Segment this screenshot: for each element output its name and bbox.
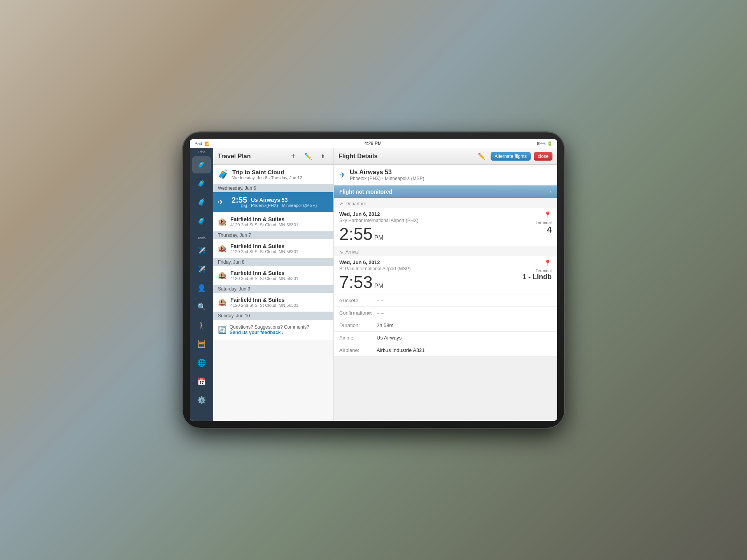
flight-route: Phoenix(PHX) - Minneapolis(MSP) (251, 203, 329, 208)
battery-icon: 🔋 (547, 141, 552, 146)
search-icon: 🔍 (197, 303, 206, 311)
walk-icon: 🚶 (197, 321, 206, 330)
sidebar-item-plane-2[interactable]: ✈️ (192, 261, 211, 278)
hotel-name-wed: Fairfield Inn & Suites (230, 216, 298, 222)
departure-block: Wed, Jun 6, 2012 Sky Harbor Internationa… (334, 208, 557, 246)
travel-plan-content: 🧳 Trip to Saint Cloud Wednesday, Jun 6 -… (213, 165, 333, 421)
duration-value: 2h 58m (377, 322, 393, 328)
flight-departure-time: 2:55 (228, 196, 247, 204)
carrier-label: Pad (195, 141, 202, 146)
flight-detail-content: ✈ Us Airways 53 Phoenix (PHX) - Minneapo… (334, 165, 557, 421)
feedback-row: 🔄 Questions? Suggestions? Comments? Send… (213, 320, 333, 340)
flight-plane-icon: ✈ (218, 198, 224, 206)
confirmation-row: Confirmation#: – – (334, 307, 557, 319)
departure-date: Wed, Jun 6, 2012 (339, 211, 418, 217)
date-saturday: Saturday, Jun 9 (213, 285, 333, 293)
add-button[interactable]: + (288, 150, 299, 162)
hotel-icon-sat: 🏨 (218, 298, 226, 306)
trip-suitcase-icon: 🧳 (218, 170, 228, 180)
eticket-label: eTicket#: (339, 298, 374, 303)
flight-detail-name: Us Airways 53 (350, 169, 424, 176)
sidebar-item-trips-3[interactable]: 🧳 (192, 194, 211, 211)
arrival-label: Arrival (345, 249, 359, 255)
sidebar: Trips 🧳 🧳 🧳 🧳 Tools ✈️ (190, 148, 213, 421)
hotel-addr-wed: 4120 2nd St S, St Cloud, MN 56301 (230, 222, 298, 227)
sidebar-item-calendar[interactable]: 📅 (192, 373, 211, 390)
trip-header[interactable]: 🧳 Trip to Saint Cloud Wednesday, Jun 6 -… (213, 165, 333, 184)
feedback-icon: 🔄 (218, 326, 226, 334)
flight-detail-route: Phoenix (PHX) - Minneapolis (MSP) (350, 176, 424, 181)
alternate-flights-button[interactable]: Alternate flights (491, 152, 531, 161)
sidebar-item-globe[interactable]: 🌐 (192, 354, 211, 371)
airplane-row: Airplane: Airbus Industrie A321 (334, 344, 557, 357)
sidebar-item-walk[interactable]: 🚶 (192, 317, 211, 334)
not-monitored-banner[interactable]: Flight not monitored › (334, 186, 557, 198)
flight-details-header: Flight Details ✏️ Alternate flights clos… (334, 148, 557, 165)
flight-item-us-airways[interactable]: ✈ 2:55 PM Us Airways 53 Phoenix(PHX) - M… (213, 192, 333, 212)
hotel-item-thu[interactable]: 🏨 Fairfield Inn & Suites 4120 2nd St S, … (213, 239, 333, 258)
edit-icon: ✏️ (304, 152, 312, 160)
flight-time-ampm: PM (228, 204, 247, 208)
arrival-section-label: ↘ Arrival (334, 246, 557, 256)
sidebar-item-trips-2[interactable]: 🧳 (192, 175, 211, 192)
not-monitored-text: Flight not monitored (339, 189, 392, 195)
right-panel: Flight Details ✏️ Alternate flights clos… (334, 148, 557, 421)
departure-airport: Sky Harbor International Airport (PHX) (339, 218, 418, 223)
globe-icon: 🌐 (197, 359, 206, 367)
edit-button[interactable]: ✏️ (302, 150, 314, 162)
briefcase-icon-2: 🧳 (197, 179, 206, 188)
eticket-value: – – (377, 298, 384, 303)
sidebar-item-person[interactable]: 👤 (192, 280, 211, 297)
ipad-screen: Pad 📶 4:29 PM 89% 🔋 Trips 🧳 🧳 (190, 139, 557, 421)
hotel-item-wed[interactable]: 🏨 Fairfield Inn & Suites 4120 2nd St S, … (213, 212, 333, 231)
trips-label: Trips (190, 148, 213, 156)
arrival-time: 7:53 (339, 273, 373, 292)
flight-edit-icon: ✏️ (478, 152, 486, 160)
duration-label: Duration: (339, 322, 374, 328)
sidebar-item-calculator[interactable]: 🧮 (192, 336, 211, 353)
hotel-icon-fri: 🏨 (218, 271, 226, 280)
left-panel: Travel Plan + ✏️ ⬆ 🧳 (213, 148, 334, 421)
airline-row: Airline: Us Airways (334, 332, 557, 344)
feedback-link[interactable]: Send us your feedback › (230, 330, 309, 335)
hotel-item-fri[interactable]: 🏨 Fairfield Inn & Suites 4120 2nd St S, … (213, 266, 333, 285)
sidebar-item-search[interactable]: 🔍 (192, 298, 211, 315)
sidebar-item-gear[interactable]: ⚙️ (192, 392, 211, 409)
sidebar-item-plane-1[interactable]: ✈️ (192, 242, 211, 259)
confirmation-label: Confirmation#: (339, 310, 374, 316)
flight-details-title: Flight Details (338, 153, 473, 160)
flight-name: Us Airways 53 (251, 197, 329, 203)
airline-value: Us Airways (377, 335, 402, 341)
share-icon: ⬆ (321, 153, 325, 159)
date-thursday: Thursday, Jun 7 (213, 231, 333, 239)
close-button[interactable]: close (534, 152, 552, 161)
duration-row: Duration: 2h 58m (334, 319, 557, 332)
battery-label: 89% (537, 141, 545, 146)
calendar-icon: 📅 (197, 377, 206, 386)
departure-time: 2:55 (339, 224, 373, 243)
departure-location-icon: 📍 (544, 211, 552, 219)
briefcase-icon-1: 🧳 (197, 161, 206, 169)
ipad-device: Pad 📶 4:29 PM 89% 🔋 Trips 🧳 🧳 (183, 132, 564, 428)
status-time: 4:29 PM (364, 141, 382, 146)
airplane-label: Airplane: (339, 347, 374, 353)
hotel-addr-sat: 4120 2nd St S, St Cloud, MN 56301 (230, 303, 298, 308)
sidebar-item-trips-1[interactable]: 🧳 (192, 156, 211, 173)
departure-label: Departure (345, 201, 366, 206)
hotel-addr-fri: 4120 2nd St S, St Cloud, MN 56301 (230, 276, 298, 281)
hotel-item-sat[interactable]: 🏨 Fairfield Inn & Suites 4120 2nd St S, … (213, 293, 333, 312)
flight-edit-button[interactable]: ✏️ (476, 150, 487, 162)
share-button[interactable]: ⬆ (317, 150, 329, 162)
hotel-name-sat: Fairfield Inn & Suites (230, 297, 298, 303)
calculator-icon: 🧮 (197, 340, 206, 348)
feedback-text: Questions? Suggestions? Comments? (230, 324, 309, 330)
arrival-terminal-num: 1 - Lindb (523, 273, 552, 281)
plane-icon-2: ✈️ (197, 265, 206, 274)
arrival-ampm: PM (374, 283, 384, 289)
chevron-right-icon: › (550, 189, 552, 195)
wifi-icon: 📶 (205, 142, 209, 146)
departure-ampm: PM (374, 234, 384, 241)
sidebar-item-trips-4[interactable]: 🧳 (192, 212, 211, 229)
departure-terminal-label: Terminal (535, 220, 552, 225)
arrival-terminal-label: Terminal (523, 268, 552, 273)
